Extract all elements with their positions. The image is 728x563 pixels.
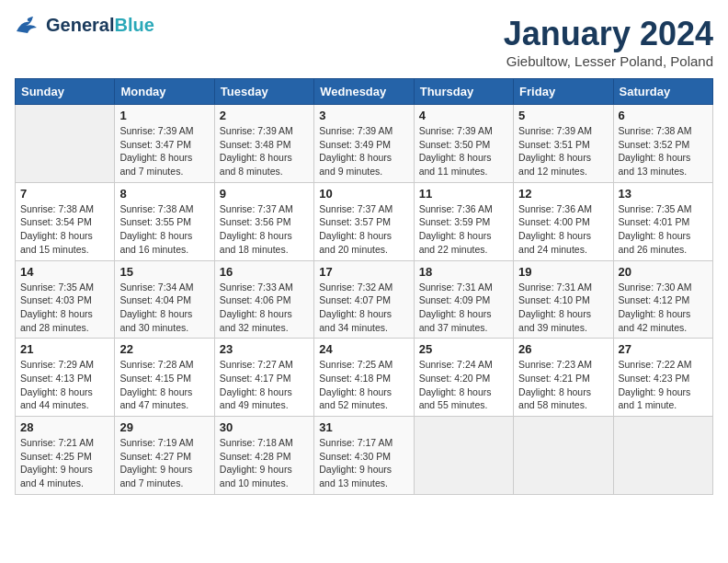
cell-content: Sunrise: 7:38 AMSunset: 3:52 PMDaylight:… <box>619 125 692 177</box>
day-number: 24 <box>319 342 408 356</box>
table-row: 18Sunrise: 7:31 AMSunset: 4:09 PMDayligh… <box>414 260 513 339</box>
day-number: 16 <box>220 265 309 279</box>
day-number: 19 <box>518 265 608 279</box>
table-row: 3Sunrise: 7:39 AMSunset: 3:49 PMDaylight… <box>314 105 414 183</box>
table-row: 1Sunrise: 7:39 AMSunset: 3:47 PMDaylight… <box>115 105 214 183</box>
table-row: 28Sunrise: 7:21 AMSunset: 4:25 PMDayligh… <box>16 417 115 495</box>
table-row: 9Sunrise: 7:37 AMSunset: 3:56 PMDaylight… <box>214 182 313 260</box>
day-number: 29 <box>119 420 209 434</box>
calendar-header: Sunday Monday Tuesday Wednesday Thursday… <box>16 79 713 105</box>
day-number: 26 <box>518 342 608 356</box>
cell-content: Sunrise: 7:28 AMSunset: 4:15 PMDaylight:… <box>119 359 193 410</box>
cell-content: Sunrise: 7:39 AMSunset: 3:50 PMDaylight:… <box>419 125 493 177</box>
cell-content: Sunrise: 7:24 AMSunset: 4:20 PMDaylight:… <box>419 359 493 410</box>
logo-icon <box>15 15 42 35</box>
cell-content: Sunrise: 7:19 AMSunset: 4:27 PMDaylight:… <box>119 437 193 488</box>
table-row: 22Sunrise: 7:28 AMSunset: 4:15 PMDayligh… <box>115 339 214 417</box>
table-row: 7Sunrise: 7:38 AMSunset: 3:54 PMDaylight… <box>16 182 115 260</box>
cell-content: Sunrise: 7:22 AMSunset: 4:23 PMDaylight:… <box>619 359 692 410</box>
table-row <box>414 417 513 495</box>
day-number: 10 <box>319 187 408 201</box>
day-number: 8 <box>119 187 209 201</box>
header-row: Sunday Monday Tuesday Wednesday Thursday… <box>16 79 713 105</box>
col-wednesday: Wednesday <box>314 79 414 105</box>
day-number: 28 <box>20 420 109 434</box>
cell-content: Sunrise: 7:36 AMSunset: 4:00 PMDaylight:… <box>518 203 592 255</box>
cell-content: Sunrise: 7:23 AMSunset: 4:21 PMDaylight:… <box>518 359 592 410</box>
table-row: 14Sunrise: 7:35 AMSunset: 4:03 PMDayligh… <box>16 260 115 339</box>
day-number: 6 <box>619 109 708 122</box>
table-row: 20Sunrise: 7:30 AMSunset: 4:12 PMDayligh… <box>613 260 712 339</box>
cell-content: Sunrise: 7:39 AMSunset: 3:51 PMDaylight:… <box>518 125 592 177</box>
table-row: 16Sunrise: 7:33 AMSunset: 4:06 PMDayligh… <box>214 260 313 339</box>
cell-content: Sunrise: 7:36 AMSunset: 3:59 PMDaylight:… <box>419 203 493 255</box>
table-row: 12Sunrise: 7:36 AMSunset: 4:00 PMDayligh… <box>514 182 613 260</box>
cell-content: Sunrise: 7:27 AMSunset: 4:17 PMDaylight:… <box>220 359 293 410</box>
day-number: 14 <box>20 265 109 279</box>
cell-content: Sunrise: 7:35 AMSunset: 4:03 PMDaylight:… <box>20 282 94 333</box>
cell-content: Sunrise: 7:21 AMSunset: 4:25 PMDaylight:… <box>20 437 94 488</box>
cell-content: Sunrise: 7:37 AMSunset: 3:56 PMDaylight:… <box>220 203 293 255</box>
cell-content: Sunrise: 7:32 AMSunset: 4:07 PMDaylight:… <box>319 282 392 333</box>
table-row: 11Sunrise: 7:36 AMSunset: 3:59 PMDayligh… <box>414 182 513 260</box>
table-row: 30Sunrise: 7:18 AMSunset: 4:28 PMDayligh… <box>214 417 313 495</box>
table-row: 25Sunrise: 7:24 AMSunset: 4:20 PMDayligh… <box>414 339 513 417</box>
day-number: 11 <box>419 187 508 201</box>
calendar-week-3: 21Sunrise: 7:29 AMSunset: 4:13 PMDayligh… <box>16 339 713 417</box>
table-row: 17Sunrise: 7:32 AMSunset: 4:07 PMDayligh… <box>314 260 414 339</box>
table-row: 19Sunrise: 7:31 AMSunset: 4:10 PMDayligh… <box>514 260 613 339</box>
table-row: 8Sunrise: 7:38 AMSunset: 3:55 PMDaylight… <box>115 182 214 260</box>
cell-content: Sunrise: 7:39 AMSunset: 3:49 PMDaylight:… <box>319 125 392 177</box>
table-row: 13Sunrise: 7:35 AMSunset: 4:01 PMDayligh… <box>613 182 712 260</box>
table-row <box>514 417 613 495</box>
day-number: 2 <box>220 109 309 122</box>
day-number: 21 <box>20 342 109 356</box>
day-number: 31 <box>319 420 408 434</box>
day-number: 4 <box>419 109 508 122</box>
calendar-week-4: 28Sunrise: 7:21 AMSunset: 4:25 PMDayligh… <box>16 417 713 495</box>
table-row: 31Sunrise: 7:17 AMSunset: 4:30 PMDayligh… <box>314 417 414 495</box>
cell-content: Sunrise: 7:35 AMSunset: 4:01 PMDaylight:… <box>619 203 692 255</box>
day-number: 20 <box>619 265 708 279</box>
cell-content: Sunrise: 7:37 AMSunset: 3:57 PMDaylight:… <box>319 203 392 255</box>
day-number: 1 <box>119 109 209 122</box>
table-row <box>613 417 712 495</box>
day-number: 9 <box>220 187 309 201</box>
col-tuesday: Tuesday <box>214 79 313 105</box>
col-monday: Monday <box>115 79 214 105</box>
table-row: 29Sunrise: 7:19 AMSunset: 4:27 PMDayligh… <box>115 417 214 495</box>
cell-content: Sunrise: 7:31 AMSunset: 4:09 PMDaylight:… <box>419 282 493 333</box>
cell-content: Sunrise: 7:29 AMSunset: 4:13 PMDaylight:… <box>20 359 94 410</box>
cell-content: Sunrise: 7:38 AMSunset: 3:54 PMDaylight:… <box>20 203 94 255</box>
cell-content: Sunrise: 7:34 AMSunset: 4:04 PMDaylight:… <box>119 282 193 333</box>
calendar-table: Sunday Monday Tuesday Wednesday Thursday… <box>15 78 713 495</box>
cell-content: Sunrise: 7:39 AMSunset: 3:48 PMDaylight:… <box>220 125 293 177</box>
col-saturday: Saturday <box>613 79 712 105</box>
logo: GeneralBlue <box>15 15 154 35</box>
cell-content: Sunrise: 7:31 AMSunset: 4:10 PMDaylight:… <box>518 282 592 333</box>
calendar-week-0: 1Sunrise: 7:39 AMSunset: 3:47 PMDaylight… <box>16 105 713 183</box>
day-number: 15 <box>119 265 209 279</box>
table-row <box>16 105 115 183</box>
table-row: 4Sunrise: 7:39 AMSunset: 3:50 PMDaylight… <box>414 105 513 183</box>
table-row: 26Sunrise: 7:23 AMSunset: 4:21 PMDayligh… <box>514 339 613 417</box>
day-number: 5 <box>518 109 608 122</box>
calendar-week-2: 14Sunrise: 7:35 AMSunset: 4:03 PMDayligh… <box>16 260 713 339</box>
day-number: 12 <box>518 187 608 201</box>
table-row: 10Sunrise: 7:37 AMSunset: 3:57 PMDayligh… <box>314 182 414 260</box>
cell-content: Sunrise: 7:38 AMSunset: 3:55 PMDaylight:… <box>119 203 193 255</box>
logo-blue: Blue <box>114 15 154 35</box>
calendar-week-1: 7Sunrise: 7:38 AMSunset: 3:54 PMDaylight… <box>16 182 713 260</box>
cell-content: Sunrise: 7:39 AMSunset: 3:47 PMDaylight:… <box>119 125 193 177</box>
col-friday: Friday <box>514 79 613 105</box>
day-number: 7 <box>20 187 109 201</box>
table-row: 23Sunrise: 7:27 AMSunset: 4:17 PMDayligh… <box>214 339 313 417</box>
cell-content: Sunrise: 7:17 AMSunset: 4:30 PMDaylight:… <box>319 437 392 488</box>
col-thursday: Thursday <box>414 79 513 105</box>
logo-text: GeneralBlue <box>46 15 154 35</box>
table-row: 27Sunrise: 7:22 AMSunset: 4:23 PMDayligh… <box>613 339 712 417</box>
page-header: GeneralBlue January 2024 Giebultow, Less… <box>15 15 713 69</box>
table-row: 2Sunrise: 7:39 AMSunset: 3:48 PMDaylight… <box>214 105 313 183</box>
cell-content: Sunrise: 7:33 AMSunset: 4:06 PMDaylight:… <box>220 282 293 333</box>
table-row: 24Sunrise: 7:25 AMSunset: 4:18 PMDayligh… <box>314 339 414 417</box>
